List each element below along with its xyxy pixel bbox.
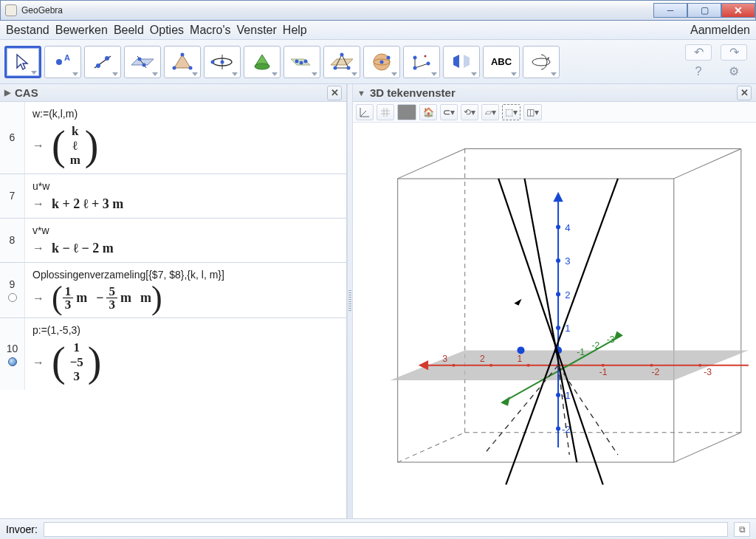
menu-window[interactable]: Venster	[237, 24, 277, 37]
cas-close-button[interactable]: ✕	[327, 86, 342, 100]
close-button[interactable]: ✕	[721, 3, 755, 18]
view-home-button[interactable]: 🏠	[419, 104, 437, 120]
visibility-marker[interactable]	[8, 357, 17, 366]
tool-plane[interactable]	[124, 46, 161, 78]
input-help-button[interactable]: ⧉	[734, 522, 750, 537]
cas-row[interactable]: 6 w:=(k,l,m) → ( k ℓ m )	[0, 102, 346, 174]
menu-view[interactable]: Beeld	[114, 24, 144, 37]
redo-button[interactable]: ↷	[721, 44, 747, 61]
tool-line[interactable]	[84, 46, 121, 78]
tool-point[interactable]: A	[44, 46, 81, 78]
frac-den: 3	[106, 298, 117, 312]
arrow-icon: →	[32, 241, 44, 255]
main-toolbar: A ABC	[0, 40, 756, 84]
view-axes-button[interactable]	[356, 104, 374, 120]
tool-sphere[interactable]	[363, 46, 400, 78]
vec-el: 1	[74, 340, 80, 355]
cas-row[interactable]: 9 Oplossingenverzameling[{$7, $8},{k, l,…	[0, 263, 346, 319]
svg-point-8	[181, 52, 185, 56]
3d-panel: ▼ 3D tekenvenster ✕ 🏠 ⊂▾ ⟲▾ ▱▾ ⬚▾ ◫▾	[353, 84, 756, 518]
splitter[interactable]	[347, 84, 353, 518]
cas-row[interactable]: 8 v*w → k − ℓ − 2 m	[0, 219, 346, 263]
menu-file[interactable]: Bestand	[6, 24, 49, 37]
3d-close-button[interactable]: ✕	[737, 86, 752, 100]
signin-link[interactable]: Aanmelden	[690, 24, 750, 37]
grip-icon	[348, 290, 351, 312]
menu-help[interactable]: Help	[283, 24, 307, 37]
gear-icon: ⚙	[729, 64, 739, 78]
help-button[interactable]: ?	[685, 63, 712, 80]
cas-row[interactable]: 10 p:=(1,-5,3) → ( 1 −5 3 )	[0, 318, 346, 390]
svg-point-25	[387, 55, 391, 59]
input-bar: Invoer: ⧉	[0, 518, 756, 539]
view-projection-button[interactable]: ▱▾	[481, 104, 499, 120]
tool-cone[interactable]	[244, 46, 281, 78]
3d-canvas[interactable]: 321 -1-2-3 -1-2-3	[353, 123, 756, 518]
minimize-button[interactable]: ─	[653, 3, 687, 18]
cas-header[interactable]: ▶ CAS ✕	[0, 84, 346, 102]
cas-panel: ▶ CAS ✕ 6 w:=(k,l,m) → ( k ℓ	[0, 84, 347, 518]
close-icon: ✕	[740, 87, 749, 98]
3d-header[interactable]: ▼ 3D tekenvenster ✕	[353, 84, 756, 102]
3d-title: 3D tekenvenster	[370, 86, 456, 99]
svg-point-21	[347, 66, 351, 69]
vec-el: k	[72, 124, 78, 139]
svg-point-0	[56, 59, 62, 65]
menu-edit[interactable]: Bewerken	[55, 24, 108, 37]
line-icon	[92, 52, 114, 72]
svg-point-7	[142, 63, 146, 66]
svg-text:-1: -1	[599, 367, 608, 377]
visibility-marker[interactable]	[8, 293, 17, 302]
tool-pyramid[interactable]	[164, 46, 201, 78]
svg-point-60	[556, 427, 560, 431]
undo-button[interactable]: ↶	[685, 44, 712, 61]
point	[517, 346, 524, 354]
tool-reflect[interactable]	[443, 46, 480, 78]
vec-el: m	[70, 153, 80, 168]
tool-plane3pts[interactable]	[323, 46, 360, 78]
svg-point-42	[650, 364, 653, 367]
view-clipping-button[interactable]: ⬚▾	[502, 104, 520, 120]
svg-text:-2: -2	[651, 367, 659, 377]
svg-point-15	[255, 63, 269, 69]
collapse-icon: ▼	[357, 89, 365, 97]
menu-macros[interactable]: Macro's	[190, 24, 231, 37]
pyramid-icon	[171, 52, 193, 72]
sphere-icon	[371, 52, 393, 72]
view-grid-button[interactable]	[377, 104, 394, 120]
frac-den: 3	[63, 298, 74, 312]
point-icon: A	[52, 52, 74, 72]
tool-angle[interactable]	[403, 46, 440, 78]
menu-options[interactable]: Opties	[150, 24, 184, 37]
menu-bar: Bestand Bewerken Beeld Opties Macro's Ve…	[0, 21, 756, 40]
vec-el: −5	[70, 355, 83, 370]
tool-text[interactable]: ABC	[483, 46, 520, 78]
cas-input: v*w	[32, 224, 339, 236]
view-type-button[interactable]: ◫▾	[523, 104, 542, 120]
undo-icon: ↶	[694, 45, 704, 59]
svg-point-43	[698, 364, 701, 367]
grid-icon	[379, 106, 391, 118]
command-input[interactable]	[44, 522, 728, 537]
tool-move[interactable]	[4, 46, 41, 78]
clipping-icon: ⬚	[505, 107, 513, 117]
arrow-icon: →	[32, 139, 44, 152]
plane3pts-icon	[329, 52, 354, 72]
frac-num: 5	[106, 285, 117, 299]
cas-input: u*w	[32, 180, 339, 192]
maximize-button[interactable]: ▢	[687, 3, 721, 18]
close-icon: ✕	[331, 87, 339, 98]
cas-body[interactable]: 6 w:=(k,l,m) → ( k ℓ m )	[0, 102, 346, 518]
cube-icon: ▱	[485, 107, 492, 117]
cas-row[interactable]: 7 u*w → k + 2 ℓ + 3 m	[0, 174, 346, 219]
svg-text:-3: -3	[607, 334, 615, 345]
tool-circle3d[interactable]	[204, 46, 241, 78]
view-icon: ◫	[526, 107, 535, 117]
view-snap-button[interactable]: ⊂▾	[440, 104, 458, 120]
tool-intersect[interactable]	[284, 46, 320, 78]
3d-scene: 321 -1-2-3 -1-2-3	[353, 123, 756, 518]
tool-rotate-view[interactable]	[523, 46, 560, 78]
view-rotate-button[interactable]: ⟲▾	[461, 104, 478, 120]
settings-button[interactable]: ⚙	[721, 63, 747, 80]
view-plane-button[interactable]	[397, 104, 416, 120]
